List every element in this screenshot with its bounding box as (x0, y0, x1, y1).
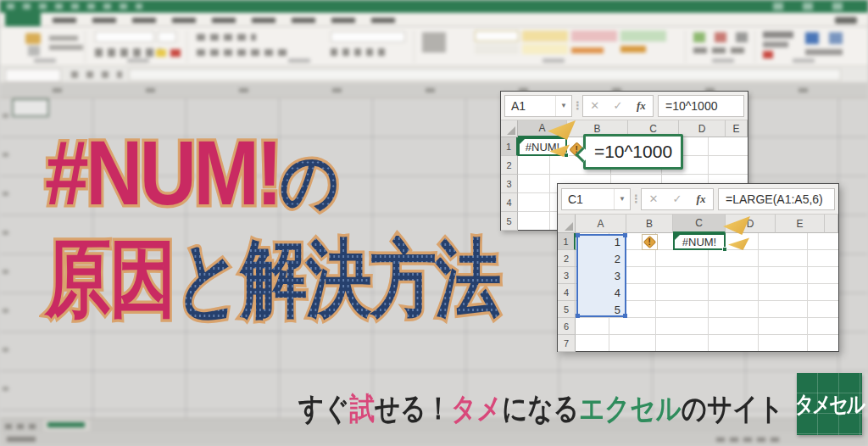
column-header-e[interactable]: E (776, 215, 825, 233)
fill-blur (763, 42, 788, 47)
conditional-format-icon-blur (422, 32, 446, 53)
group-separator (685, 31, 686, 63)
group-separator (754, 31, 755, 63)
cancel-icon[interactable]: ✕ (583, 99, 606, 112)
error-options-button[interactable]: ! (642, 234, 658, 250)
gridline (655, 233, 656, 351)
row-header-2[interactable]: 2 (501, 156, 518, 175)
error-diamond-icon: ! (643, 236, 657, 249)
formula-bar: C1 ▼ ⋮ ✕ ✓ fx =LARGE(A1:A5,6) (558, 184, 838, 215)
alignment-buttons-blur (197, 34, 256, 41)
blur-blob (127, 59, 149, 63)
select-all-corner[interactable] (558, 215, 576, 233)
row-header-4[interactable]: 4 (501, 193, 518, 212)
title-kaiketsu-text: と解決方法と解決方法 (175, 236, 500, 321)
blog-header-image: #NUM!#NUM! のの 原因原因 と解決方法と解決方法 A1 ▼ ⋮ ✕ ✓… (0, 0, 868, 446)
chevron-down-icon[interactable]: ▼ (555, 96, 571, 116)
error-indicator-triangle (520, 139, 525, 144)
row-header-3[interactable]: 3 (558, 267, 576, 284)
formula-input[interactable]: =LARGE(A1:A5,6) (718, 188, 835, 210)
cell-a5-value[interactable]: 5 (576, 304, 624, 316)
cell-style-swatch (475, 31, 519, 42)
tagline-text: せる！ (375, 391, 451, 426)
cell-c1-value: #NUM! (682, 236, 716, 248)
fill-handle[interactable] (722, 247, 727, 252)
name-box[interactable]: C1 ▼ (561, 188, 631, 210)
delete-cells-icon-blur (715, 32, 726, 42)
blur-blob (793, 59, 815, 63)
cell-a2-value[interactable]: 2 (576, 253, 624, 265)
cell-style-swatch (620, 31, 666, 42)
chevron-down-icon[interactable]: ▼ (614, 189, 630, 209)
row-header-6[interactable]: 6 (558, 318, 576, 335)
blur-blob (712, 59, 734, 63)
insert-function-icon[interactable]: fx (689, 192, 713, 206)
row-header-7[interactable]: 7 (558, 335, 576, 352)
cell-style-swatch (571, 31, 617, 42)
cell-style-swatch (522, 44, 568, 54)
excel-title-bar (0, 0, 868, 13)
site-tagline: すぐ試せる！タメになるエクセルのサイト (298, 386, 784, 432)
tagline-emphasis-pink: タメ (451, 391, 502, 426)
blur-blob (49, 45, 83, 50)
site-logo: タメセル (797, 373, 862, 435)
group-separator (85, 31, 86, 63)
callout-text: =10^1000 (594, 142, 672, 162)
name-box-value: A1 (511, 99, 526, 113)
cell-a4-value[interactable]: 4 (576, 287, 624, 299)
number-buttons-blur (331, 48, 390, 56)
row-header-5[interactable]: 5 (501, 212, 518, 231)
row-header-1[interactable]: 1 (558, 233, 576, 250)
row-header-1[interactable]: 1 (501, 137, 518, 156)
logo-text: タメセル (795, 389, 864, 420)
cell-a1-value[interactable]: 1 (576, 236, 624, 248)
title-num-error-text: #NUM!#NUM! (45, 127, 280, 219)
cell-a3-value[interactable]: 3 (576, 270, 624, 282)
row-header-5[interactable]: 5 (558, 301, 576, 318)
sort-filter-icon-blur (805, 32, 819, 44)
column-header-e[interactable]: E (726, 120, 748, 137)
formula-bar: A1 ▼ ⋮ ✕ ✓ fx =10^1000 (501, 92, 748, 120)
row-header-4[interactable]: 4 (558, 284, 576, 301)
insert-function-icon[interactable]: fx (630, 99, 653, 113)
tagline-text: のサイト (682, 391, 784, 426)
column-header-d[interactable]: D (679, 120, 726, 137)
column-header-a[interactable]: A (576, 215, 626, 233)
name-box[interactable]: A1 ▼ (504, 95, 572, 117)
format-icon-blur (736, 32, 748, 42)
enter-icon[interactable]: ✓ (606, 99, 629, 112)
font-name-box-blur (95, 31, 154, 42)
enter-icon[interactable]: ✓ (665, 192, 689, 205)
blur-blob (693, 47, 748, 53)
formula-callout-tooltip: =10^1000 (583, 134, 683, 170)
clear-blur (763, 51, 773, 59)
gridline (708, 233, 709, 351)
tagline-excel-green: エク (579, 391, 630, 426)
font-buttons-blur (95, 48, 161, 57)
group-separator (186, 31, 187, 63)
formula-bar-divider: ⋮ (572, 99, 582, 112)
column-header-b[interactable]: B (626, 215, 673, 233)
tagline-emphasis-pink: 試 (349, 391, 375, 426)
background-selected-cell (12, 98, 49, 117)
insert-cells-icon-blur (693, 32, 705, 42)
formula-input[interactable]: =10^1000 (658, 95, 744, 117)
cell-c1-selected[interactable]: #NUM! (673, 233, 726, 250)
excel-panel-2: C1 ▼ ⋮ ✕ ✓ fx =LARGE(A1:A5,6) A B C D E (557, 183, 839, 352)
alignment-buttons-blur (197, 49, 290, 56)
column-header-c[interactable]: C (673, 215, 726, 233)
blur-blob (288, 59, 310, 63)
cancel-icon[interactable]: ✕ (642, 192, 665, 205)
title-no-text: のの (280, 148, 337, 215)
select-all-corner[interactable] (501, 120, 518, 137)
row-header-2[interactable]: 2 (558, 250, 576, 267)
column-header-partial[interactable] (825, 215, 838, 233)
row-header-3[interactable]: 3 (501, 175, 518, 193)
error-indicator-triangle (675, 235, 680, 240)
title-line-1: #NUM!#NUM! のの (45, 127, 547, 219)
tagline-emphasis-green: セル (630, 391, 681, 426)
title-line-2: 原因原因 と解決方法と解決方法 (45, 236, 500, 321)
tagline-text: すぐ (298, 391, 349, 426)
row-header-column: 1 2 3 4 5 6 7 (558, 233, 576, 352)
ribbon-content (0, 27, 868, 66)
